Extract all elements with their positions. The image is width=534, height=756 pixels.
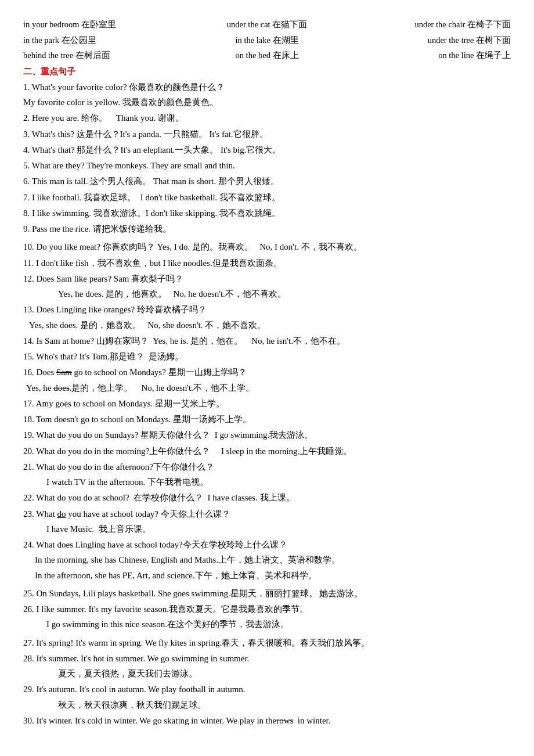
sentence-1: 1. What's your favorite color? 你最喜欢的颜色是什…: [23, 80, 511, 110]
sentence-3: 3. What's this? 这是什么？It's a panda. 一只熊猫。…: [23, 127, 511, 142]
sentence-9: 9. Pass me the rice. 请把米饭传递给我。: [23, 221, 511, 236]
sentence-12: 12. Does Sam like pears? Sam 喜欢梨子吗？ Yes,…: [23, 271, 511, 302]
sentence-20: 20. What do you do in the morning?上午你做什么…: [23, 444, 511, 459]
sentence-21: 21. What do you do in the afternoon?下午你做…: [23, 459, 511, 490]
sentence-14: 14. Is Sam at home? 山姆在家吗？ Yes, he is. 是…: [23, 333, 511, 348]
sentence-28: 28. It's summer. It's hot in summer. We …: [23, 651, 511, 682]
sentence-15: 15. Who's that? It's Tom.那是谁？ 是汤姆。: [23, 349, 511, 364]
vocab-item: in the lake 在湖里: [186, 33, 348, 48]
sentence-16: 16. Does Sam go to school on Mondays? 星期…: [23, 365, 511, 395]
sentences-container: 1. What's your favorite color? 你最喜欢的颜色是什…: [23, 80, 511, 728]
vocab-item: on the line 在绳子上: [348, 48, 511, 63]
sentence-2: 2. Here you are. 给你。 Thank you. 谢谢。: [23, 110, 511, 125]
sentence-7: 7. I like football. 我喜欢足球。 I don't like …: [23, 190, 511, 205]
sentence-17: 17. Amy goes to school on Mondays. 星期一艾米…: [23, 396, 511, 411]
vocab-section: in your bedroom 在卧室里 under the cat 在猫下面 …: [23, 17, 511, 63]
sentence-8: 8. I like swimming. 我喜欢游泳。I don't like s…: [23, 206, 511, 221]
sentence-27: 27. It's spring! It's warm in spring. We…: [23, 635, 511, 650]
sentence-30: 30. It's winter. It's cold in winter. We…: [23, 713, 511, 728]
sentence-22: 22. What do you do at school? 在学校你做什么？ I…: [23, 490, 511, 505]
vocab-item: under the tree 在树下面: [348, 33, 511, 48]
vocab-item: behind the tree 在树后面: [23, 48, 186, 63]
vocab-item: on the bed 在床上: [186, 48, 348, 63]
sentence-23: 23. What do you have at school today? 今天…: [23, 506, 511, 537]
sentence-25: 25. On Sundays, Lili plays basketball. S…: [23, 586, 511, 601]
sentence-5: 5. What are they? They're monkeys. They …: [23, 158, 511, 173]
vocab-item: under the chair 在椅子下面: [348, 17, 511, 32]
sentence-4: 4. What's that? 那是什么？It's an elephant.一头…: [23, 142, 511, 157]
vocab-item: under the cat 在猫下面: [186, 17, 348, 32]
sentence-18: 18. Tom doesn't go to school on Mondays.…: [23, 412, 511, 427]
sentence-19: 19. What do you do on Sundays? 星期天你做什么？ …: [23, 427, 511, 442]
sentence-13: 13. Does Lingling like oranges? 玲玲喜欢橘子吗？…: [23, 302, 511, 333]
sentence-26: 26. I like summer. It's my favorite seas…: [23, 602, 511, 632]
vocab-grid: in your bedroom 在卧室里 under the cat 在猫下面 …: [23, 17, 511, 63]
sentence-11: 11. I don't like fish，我不喜欢鱼，but I like n…: [23, 255, 511, 271]
sentence-29: 29. It's autumn. It's cool in autumn. We…: [23, 682, 511, 712]
vocab-item: in the park 在公园里: [23, 33, 186, 48]
sentence-10: 10. Do you like meat? 你喜欢肉吗？ Yes, I do. …: [23, 239, 511, 254]
sentence-6: 6. This man is tall. 这个男人很高。 That man is…: [23, 174, 511, 189]
section-title: 二、重点句子: [23, 66, 511, 77]
vocab-item: in your bedroom 在卧室里: [23, 17, 186, 32]
sentence-24: 24. What does Lingling have at school to…: [23, 537, 511, 583]
